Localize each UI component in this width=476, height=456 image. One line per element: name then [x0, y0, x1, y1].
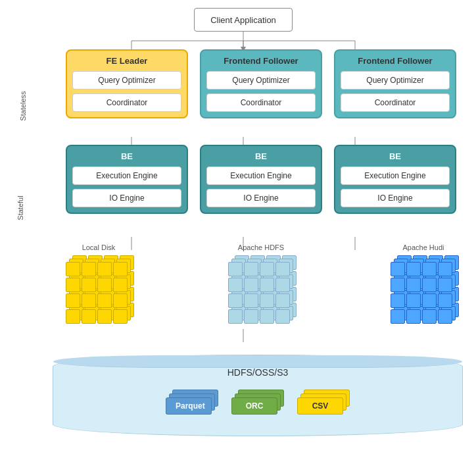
frontend-follower1-coordinator: Coordinator [206, 93, 316, 112]
be1-execution-engine: Execution Engine [72, 166, 181, 185]
backend-row: BE Execution Engine IO Engine BE Executi… [66, 145, 456, 214]
fe-leader-box: FE Leader Query Optimizer Coordinator [66, 49, 188, 118]
fe-leader-title: FE Leader [72, 56, 181, 66]
be2-execution-engine: Execution Engine [206, 166, 316, 185]
parquet-label: Parquet [166, 397, 212, 415]
local-disk-label: Local Disk [82, 243, 116, 251]
frontend-follower1-query-optimizer: Query Optimizer [206, 71, 316, 89]
be2-title: BE [206, 151, 316, 161]
hdfs-section: HDFS/OSS/S3 Parquet Parquet Parquet ORC … [53, 355, 463, 436]
architecture-diagram: Stateless Stateful Client Application FE… [0, 0, 476, 456]
frontend-follower2-title: Frontend Follower [341, 56, 450, 66]
frontend-follower1-box: Frontend Follower Query Optimizer Coordi… [200, 49, 322, 118]
client-application-box: Client Application [194, 8, 293, 32]
be2-box: BE Execution Engine IO Engine [200, 145, 322, 214]
frontend-follower2-coordinator: Coordinator [341, 93, 450, 112]
hdfs-files: Parquet Parquet Parquet ORC ORC ORC [73, 390, 442, 424]
local-disk-group: Local Disk [66, 243, 131, 321]
fe-leader-query-optimizer: Query Optimizer [72, 71, 181, 89]
be1-box: BE Execution Engine IO Engine [66, 145, 188, 214]
object-storage-label: Apache Hudi [403, 243, 444, 251]
client-application-label: Client Application [210, 15, 276, 25]
remote-hdfs-group: Apache HDFS [228, 243, 294, 321]
object-storage-group: Apache Hudi [391, 243, 456, 321]
be3-box: BE Execution Engine IO Engine [334, 145, 456, 214]
orc-stack: ORC ORC ORC [231, 390, 284, 424]
frontend-follower2-query-optimizer: Query Optimizer [341, 71, 450, 89]
frontend-follower1-title: Frontend Follower [206, 56, 316, 66]
fe-leader-coordinator: Coordinator [72, 93, 181, 112]
hdfs-disk: HDFS/OSS/S3 Parquet Parquet Parquet ORC … [53, 355, 463, 436]
be3-io-engine: IO Engine [341, 189, 450, 207]
be1-io-engine: IO Engine [72, 189, 181, 207]
remote-hdfs-label: Apache HDFS [238, 243, 284, 251]
storage-section: Local Disk [66, 243, 456, 321]
csv-label: CSV [297, 397, 343, 415]
be3-execution-engine: Execution Engine [341, 166, 450, 185]
frontend-follower2-box: Frontend Follower Query Optimizer Coordi… [334, 49, 456, 118]
be3-title: BE [341, 151, 450, 161]
stateless-label: Stateless [19, 91, 27, 120]
parquet-stack: Parquet Parquet Parquet [166, 390, 218, 424]
frontend-row: FE Leader Query Optimizer Coordinator Fr… [66, 49, 456, 118]
be1-title: BE [72, 151, 181, 161]
orc-label: ORC [231, 397, 277, 415]
stateful-label: Stateful [16, 195, 24, 220]
csv-stack: CSV CSV CSV [297, 390, 350, 424]
hdfs-title: HDFS/OSS/S3 [73, 367, 442, 378]
be2-io-engine: IO Engine [206, 189, 316, 207]
